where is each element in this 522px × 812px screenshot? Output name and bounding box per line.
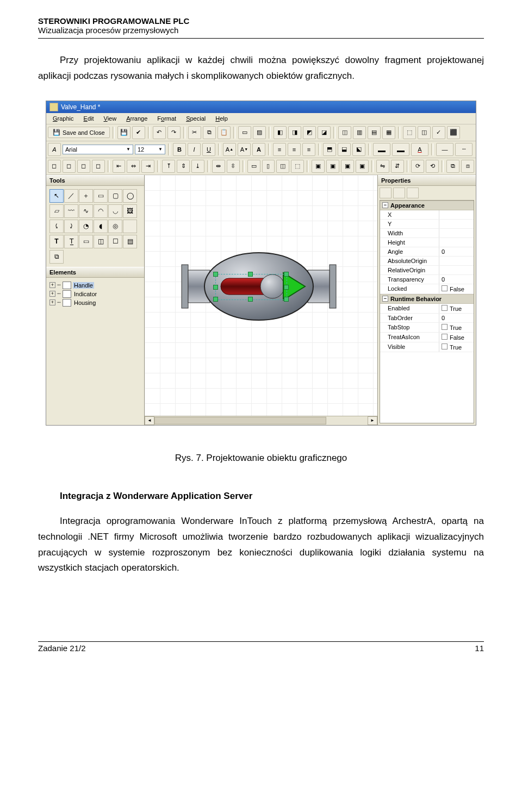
ord-b[interactable]: ▣ — [326, 160, 339, 173]
prop-value[interactable] — [439, 220, 474, 228]
tool-win2[interactable]: ▤ — [123, 235, 137, 248]
prop-value[interactable] — [439, 266, 474, 274]
sp-a[interactable]: ▭ — [247, 160, 260, 173]
prop-value[interactable] — [439, 229, 474, 238]
arr-a[interactable]: ◻ — [48, 160, 61, 173]
prop-row[interactable]: AbsoluteOrigin — [380, 257, 474, 266]
tool-btn-e[interactable]: ◩ — [303, 126, 316, 139]
collapse-icon[interactable]: − — [382, 202, 388, 208]
al-mid[interactable]: ⇕ — [177, 160, 190, 173]
tool-x[interactable] — [123, 220, 137, 233]
undo-button[interactable]: ↶ — [153, 126, 166, 139]
prop-row[interactable]: Height — [380, 238, 474, 247]
prop-row[interactable]: LockedFalse — [380, 284, 474, 294]
collapse-icon[interactable]: − — [382, 296, 388, 302]
tool-btn-i[interactable]: ▤ — [368, 126, 381, 139]
prop-row[interactable]: RelativeOrigin — [380, 266, 474, 275]
redo-button[interactable]: ↷ — [167, 126, 181, 139]
sp-b[interactable]: ▯ — [262, 160, 275, 173]
prop-row[interactable]: Width — [380, 229, 474, 238]
tool-btn-h[interactable]: ▥ — [353, 126, 366, 139]
flip-h[interactable]: ⇋ — [376, 160, 389, 173]
ord-d[interactable]: ▣ — [356, 160, 369, 173]
cut-button[interactable]: ✂ — [188, 126, 201, 139]
menu-format[interactable]: Format — [153, 114, 181, 123]
prop-row[interactable]: Transparency0 — [380, 275, 474, 284]
fontsize-combo[interactable]: 12 ▼ — [135, 145, 165, 154]
prop-value[interactable]: True — [439, 342, 474, 352]
al-center[interactable]: ⇔ — [127, 160, 140, 173]
tool-pointer[interactable]: ↖ — [49, 189, 64, 203]
flip-v[interactable]: ⇵ — [391, 160, 404, 173]
menu-graphic[interactable]: Graphic — [48, 114, 78, 123]
arr-d[interactable]: ◻ — [92, 160, 105, 173]
copy-button[interactable]: ⧉ — [203, 126, 216, 139]
grp[interactable]: ⧉ — [446, 160, 459, 173]
tool-image[interactable]: 🖼 — [123, 204, 137, 218]
al-right[interactable]: ⇥ — [141, 160, 154, 173]
bold-button[interactable]: B — [173, 143, 186, 156]
prop-row[interactable]: TreatAsIconFalse — [380, 333, 474, 342]
tool-text[interactable]: T — [49, 235, 64, 248]
prop-value[interactable]: 0 — [439, 275, 474, 284]
prop-row[interactable]: VisibleTrue — [380, 342, 474, 352]
scrollbar-h[interactable]: ◄ ► — [145, 416, 377, 425]
tool-status[interactable]: ◫ — [94, 235, 108, 248]
arr-c[interactable]: ◻ — [77, 160, 90, 173]
tool-arc3[interactable]: ⤸ — [64, 220, 78, 233]
tool-btn-a[interactable]: ▭ — [238, 126, 251, 139]
prop-value[interactable] — [439, 210, 474, 219]
tool-btn-f[interactable]: ◪ — [318, 126, 331, 139]
paste-button[interactable]: 📋 — [217, 126, 231, 139]
prop-cat-btn[interactable] — [380, 188, 391, 198]
scroll-thumb[interactable] — [154, 417, 326, 424]
tool-embed[interactable]: ⧉ — [49, 250, 64, 264]
font-style-a[interactable]: A — [252, 143, 265, 156]
valign-bot[interactable]: ⬕ — [352, 143, 365, 156]
tool-line[interactable]: ／ — [64, 189, 78, 203]
prop-az-btn[interactable] — [393, 188, 405, 198]
tool-btn-c[interactable]: ◧ — [274, 126, 287, 139]
element-handle[interactable]: + ┈ Handle — [48, 281, 142, 290]
prop-row[interactable]: EnabledTrue — [380, 304, 474, 314]
scroll-left-icon[interactable]: ◄ — [145, 416, 154, 425]
menu-arrange[interactable]: Arrange — [122, 114, 152, 123]
save-icon-btn[interactable]: 💾 — [117, 126, 130, 139]
prop-value[interactable]: True — [439, 304, 474, 313]
canvas[interactable]: ◄ ► — [145, 175, 378, 425]
tool-win[interactable]: ☐ — [108, 235, 122, 248]
prop-category[interactable]: −Appearance — [380, 201, 474, 210]
tool-btn-l[interactable]: ◫ — [418, 126, 431, 139]
handle-se[interactable] — [284, 297, 289, 302]
element-indicator[interactable]: + ┈ Indicator — [48, 290, 142, 298]
handle-n[interactable] — [248, 272, 253, 277]
al-bot[interactable]: ⤓ — [191, 160, 204, 173]
ord-a[interactable]: ▣ — [312, 160, 325, 173]
text-color[interactable]: A — [411, 143, 428, 156]
prop-value[interactable]: 0 — [439, 247, 474, 256]
tool-btn-n[interactable]: ⬛ — [447, 126, 460, 139]
sp-c[interactable]: ◫ — [276, 160, 289, 173]
handle-nw[interactable] — [213, 272, 218, 277]
sp-d[interactable]: ⬚ — [291, 160, 304, 173]
menu-special[interactable]: Special — [182, 114, 210, 123]
expand-icon[interactable]: + — [49, 282, 55, 288]
prop-row[interactable]: Angle0 — [380, 247, 474, 257]
line-style[interactable]: ┄ — [455, 143, 473, 156]
prop-value[interactable]: False — [439, 333, 474, 342]
prop-value[interactable]: 0 — [439, 314, 474, 322]
rot-ccw[interactable]: ⟲ — [426, 160, 439, 173]
prop-row[interactable]: TabStopTrue — [380, 323, 474, 333]
tool-btn-m[interactable]: ✓ — [432, 126, 445, 139]
ord-c[interactable]: ▣ — [341, 160, 354, 173]
align-center[interactable]: ≡ — [288, 143, 301, 156]
save-close-button[interactable]: 💾 Save and Close — [48, 127, 110, 138]
handle-e[interactable] — [284, 285, 289, 290]
tool-btn-d[interactable]: ◨ — [288, 126, 301, 139]
line-color[interactable] — [392, 143, 409, 156]
fill-color[interactable] — [373, 143, 390, 156]
valve-graphic[interactable] — [177, 240, 340, 333]
font-shrink[interactable]: A▼ — [238, 143, 251, 156]
line-weight[interactable]: — — [436, 143, 453, 156]
font-combo[interactable]: Arial ▼ — [63, 145, 133, 154]
